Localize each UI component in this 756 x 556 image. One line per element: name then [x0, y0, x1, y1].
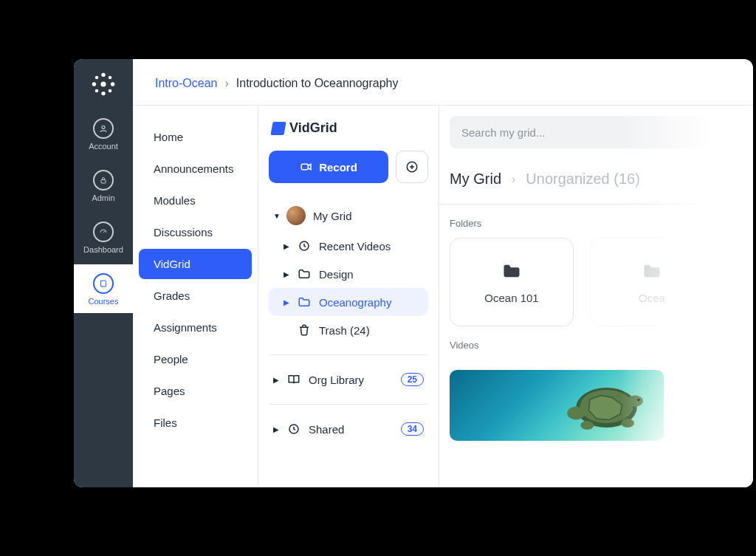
divider [269, 354, 428, 355]
breadcrumb-current: Introduction to Oceannography [236, 77, 399, 90]
tree-org-library[interactable]: ▶ Org Library 25 [269, 365, 428, 394]
caret-down-icon: ▼ [273, 212, 279, 220]
svg-point-21 [621, 419, 634, 428]
coursenav-grades[interactable]: Grades [139, 281, 252, 311]
svg-point-18 [628, 396, 643, 407]
svg-point-19 [637, 399, 640, 402]
clock-icon [286, 422, 301, 436]
tree-shared[interactable]: ▶ Shared 34 [269, 415, 428, 443]
svg-point-8 [109, 89, 112, 93]
folder-name: Ocea [639, 292, 665, 304]
course-nav: Home Announcements Modules Discussions V… [133, 106, 258, 487]
caret-right-icon: ▶ [273, 376, 279, 384]
svg-point-5 [95, 76, 99, 80]
svg-point-7 [95, 89, 99, 93]
rail-item-dashboard[interactable]: Dashboard [74, 213, 133, 261]
trash-icon [297, 323, 312, 337]
coursenav-vidgrid[interactable]: VidGrid [139, 249, 252, 279]
camera-icon [300, 160, 313, 174]
folder-name: Ocean 101 [484, 292, 538, 304]
coursenav-files[interactable]: Files [139, 408, 252, 438]
coursenav-discussions[interactable]: Discussions [139, 217, 252, 247]
lock-icon [93, 170, 114, 191]
avatar [286, 206, 306, 225]
vidgrid-brand-text: VidGrid [289, 120, 337, 136]
global-rail: Account Admin Dashboard Courses [74, 59, 133, 487]
folder-card[interactable]: Ocea [590, 238, 714, 326]
tree-my-grid[interactable]: ▼ My Grid [269, 199, 428, 232]
content-area: Search my grid... My Grid › Unorganized … [439, 106, 753, 487]
video-thumbnail[interactable] [450, 370, 664, 441]
coursenav-announcements[interactable]: Announcements [139, 154, 252, 184]
grid-tree: ▼ My Grid ▶ Recent Videos ▶ [269, 199, 428, 443]
coursenav-people[interactable]: People [139, 344, 252, 374]
coursenav-modules[interactable]: Modules [139, 185, 252, 216]
main-area: Intro-Ocean › Introduction to Oceannogra… [133, 59, 753, 487]
grid-crumb-current: Unorganized (16) [526, 171, 640, 188]
svg-rect-10 [101, 180, 106, 184]
rail-label: Dashboard [83, 245, 123, 254]
svg-rect-11 [301, 164, 308, 170]
breadcrumb-root-link[interactable]: Intro-Ocean [155, 77, 217, 90]
coursenav-pages[interactable]: Pages [139, 376, 252, 406]
count-badge: 25 [401, 373, 424, 386]
folder-card[interactable]: Ocean 101 [450, 238, 574, 326]
vidgrid-panel: VidGrid Record ▼ [258, 106, 439, 487]
chevron-right-icon: › [224, 77, 228, 90]
divider [269, 404, 428, 405]
svg-point-3 [92, 82, 96, 86]
grid-crumb-root[interactable]: My Grid [450, 171, 501, 188]
caret-right-icon: ▶ [284, 242, 289, 250]
svg-point-4 [111, 82, 114, 86]
tree-recent-videos[interactable]: ▶ Recent Videos [269, 232, 428, 260]
add-button[interactable] [396, 151, 428, 183]
plus-icon [405, 160, 419, 174]
user-icon [93, 118, 114, 139]
caret-right-icon: ▶ [284, 270, 289, 278]
search-input[interactable]: Search my grid... [450, 116, 753, 148]
record-button[interactable]: Record [269, 151, 388, 183]
tree-trash[interactable]: Trash (24) [269, 316, 428, 344]
tree-label: Recent Videos [319, 240, 424, 253]
tree-oceanography[interactable]: ▶ Oceanography [269, 288, 428, 316]
rail-label: Account [89, 142, 118, 151]
tree-label: My Grid [313, 210, 424, 222]
caret-right-icon: ▶ [273, 425, 279, 433]
canvas-logo-icon [90, 71, 117, 97]
folders-list: Ocean 101 Ocea [439, 238, 753, 326]
vidgrid-logo-icon [270, 122, 286, 135]
folder-icon [297, 295, 312, 309]
svg-point-6 [109, 76, 112, 80]
rail-item-account[interactable]: Account [74, 109, 133, 158]
svg-point-1 [101, 73, 105, 77]
folders-heading: Folders [439, 205, 753, 238]
vidgrid-brand: VidGrid [272, 120, 425, 136]
record-button-label: Record [319, 161, 357, 174]
folder-icon [501, 261, 522, 281]
tree-label: Org Library [309, 374, 394, 386]
grid-breadcrumb: My Grid › Unorganized (16) [439, 165, 753, 205]
breadcrumb: Intro-Ocean › Introduction to Oceannogra… [133, 59, 753, 106]
svg-point-9 [102, 126, 105, 128]
chevron-right-icon: › [512, 173, 515, 186]
dashboard-icon [93, 222, 114, 242]
book-open-icon [286, 372, 301, 387]
rail-item-courses[interactable]: Courses [74, 264, 133, 313]
rail-label: Admin [92, 193, 114, 202]
tree-label: Shared [309, 423, 394, 436]
rail-item-admin[interactable]: Admin [74, 161, 133, 210]
rail-label: Courses [89, 297, 119, 306]
svg-point-20 [580, 421, 594, 430]
svg-point-17 [567, 407, 585, 420]
app-window: Account Admin Dashboard Courses Intro-Oc… [74, 59, 753, 487]
coursenav-home[interactable]: Home [139, 122, 252, 152]
tree-label: Trash (24) [319, 324, 424, 337]
folder-icon [297, 267, 312, 281]
caret-right-icon: ▶ [284, 298, 289, 306]
turtle-icon [546, 374, 656, 441]
search-placeholder: Search my grid... [461, 126, 545, 139]
folder-icon [642, 261, 662, 281]
tree-label: Oceanography [319, 296, 424, 309]
tree-design[interactable]: ▶ Design [269, 260, 428, 288]
coursenav-assignments[interactable]: Assignments [139, 312, 252, 343]
